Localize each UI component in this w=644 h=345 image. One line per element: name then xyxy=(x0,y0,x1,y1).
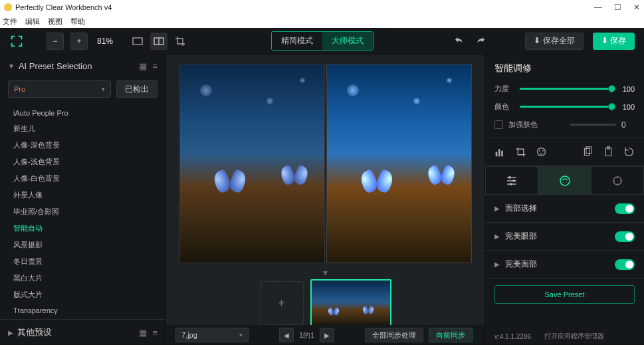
slider-knob[interactable] xyxy=(608,85,615,92)
svg-rect-3 xyxy=(496,152,498,157)
slider-track[interactable] xyxy=(520,106,612,108)
crop-icon[interactable] xyxy=(515,146,526,158)
menu-edit[interactable]: 编辑 xyxy=(25,17,40,27)
preset-profile-dropdown[interactable]: Pro ▾ xyxy=(8,80,111,98)
minimize-button[interactable]: — xyxy=(594,3,602,12)
filmstrip: + xyxy=(260,279,391,327)
menu-file[interactable]: 文件 xyxy=(3,17,17,27)
right-panel: 智能调修 力度100颜色100 加强肤色 0 ▶面部选择▶完 xyxy=(484,55,644,345)
mode-simple-tab[interactable]: 精简模式 xyxy=(272,32,322,50)
other-presets-header[interactable]: ▶ 其他预设 ▦ ≡ xyxy=(0,320,165,345)
image-counter: 1的1 xyxy=(299,330,314,340)
reset-icon[interactable] xyxy=(623,146,635,158)
chevron-down-icon[interactable]: ▾ xyxy=(323,267,328,278)
maximize-button[interactable]: ☐ xyxy=(614,3,621,12)
preset-item[interactable]: 版式大片 xyxy=(0,287,165,303)
menu-help[interactable]: 帮助 xyxy=(70,17,85,27)
preset-item[interactable]: 智能自动 xyxy=(0,220,165,237)
preset-item[interactable]: 人像-浅色背景 xyxy=(0,154,165,170)
copy-icon[interactable] xyxy=(582,146,593,158)
expand-icon: ▶ xyxy=(8,329,13,336)
view-crop-button[interactable] xyxy=(171,33,189,50)
preset-item[interactable]: 冬日雪景 xyxy=(0,253,165,270)
save-preset-button[interactable]: Save Preset xyxy=(494,285,635,304)
skin-boost-checkbox[interactable] xyxy=(494,120,503,129)
zoom-out-button[interactable]: − xyxy=(47,33,64,50)
ai-preset-header[interactable]: ▼ AI Preset Selection ▦ ≡ xyxy=(0,55,165,78)
skin-boost-value: 0 xyxy=(621,120,635,130)
save-all-button[interactable]: ⬇ 保存全部 xyxy=(525,33,583,50)
zoom-in-button[interactable]: + xyxy=(70,33,88,50)
svg-point-16 xyxy=(560,176,570,185)
slider-label: 力度 xyxy=(494,84,514,94)
view-list-icon[interactable]: ≡ xyxy=(152,61,158,71)
menu-view[interactable]: 视图 xyxy=(48,17,62,27)
save-button[interactable]: ⬇ 保存 xyxy=(593,33,635,50)
section-toggle[interactable] xyxy=(615,231,635,242)
adjust-panel-title: 智能调修 xyxy=(485,55,644,80)
face-icon[interactable] xyxy=(536,146,547,158)
add-image-button[interactable]: + xyxy=(260,281,304,325)
close-button[interactable]: ✕ xyxy=(633,3,640,12)
preset-item[interactable]: iAuto People Pro xyxy=(0,106,165,120)
prev-image-button[interactable]: ◀ xyxy=(279,328,294,342)
split-preview[interactable] xyxy=(179,64,472,263)
preset-item[interactable]: 外景人像 xyxy=(0,187,165,203)
preset-item[interactable]: 新生儿 xyxy=(0,120,165,137)
undo-button[interactable] xyxy=(453,35,465,47)
view-list-icon[interactable]: ≡ xyxy=(152,328,158,338)
preset-item[interactable]: 人像-白色背景 xyxy=(0,170,165,187)
preset-item[interactable]: 黑白大片 xyxy=(0,270,165,287)
section-toggle[interactable] xyxy=(615,203,635,214)
expand-icon: ▶ xyxy=(494,233,500,240)
view-grid-icon[interactable]: ▦ xyxy=(139,328,147,338)
svg-point-8 xyxy=(542,150,544,152)
adjust-section[interactable]: ▶完美面部 xyxy=(485,251,644,279)
sync-all-button[interactable]: 全部同步处理 xyxy=(365,328,423,342)
skin-boost-slider[interactable] xyxy=(570,124,616,126)
histogram-icon[interactable] xyxy=(494,146,506,158)
svg-rect-4 xyxy=(498,149,500,156)
slider-knob[interactable] xyxy=(608,103,615,110)
app-manager-link[interactable]: 打开应用程序管理器 xyxy=(544,332,604,341)
product-logo-icon xyxy=(9,34,24,49)
expand-icon: ▶ xyxy=(494,261,500,268)
adjust-section[interactable]: ▶完美眼部 xyxy=(485,223,644,251)
section-toggle[interactable] xyxy=(615,259,635,270)
app-icon xyxy=(4,3,12,11)
view-split-button[interactable] xyxy=(150,33,167,50)
svg-rect-5 xyxy=(501,151,503,157)
next-image-button[interactable]: ▶ xyxy=(320,328,334,342)
thumbnail-selected[interactable] xyxy=(310,279,391,327)
view-single-button[interactable] xyxy=(129,33,146,50)
detect-button[interactable]: 已检出 xyxy=(116,80,158,98)
mode-master-tab[interactable]: 大师模式 xyxy=(322,32,373,50)
redo-button[interactable] xyxy=(475,35,486,47)
preset-item[interactable]: 人像-深色背景 xyxy=(0,137,165,154)
slider-value: 100 xyxy=(617,85,635,93)
filename-label: 7.jpg xyxy=(181,331,197,339)
filename-dropdown[interactable]: 7.jpg ▾ xyxy=(175,328,249,342)
window-title: Perfectly Clear Workbench v4 xyxy=(15,3,112,11)
svg-point-7 xyxy=(539,150,540,152)
chevron-down-icon: ▾ xyxy=(239,332,243,338)
left-panel: ▼ AI Preset Selection ▦ ≡ Pro ▾ 已检出 iAut… xyxy=(0,55,166,345)
adjust-section[interactable]: ▶面部选择 xyxy=(485,195,644,223)
tab-face[interactable] xyxy=(538,166,591,194)
section-label: 完美面部 xyxy=(505,259,615,270)
sync-prev-button[interactable]: 向前同步 xyxy=(429,328,473,342)
paste-icon[interactable] xyxy=(603,146,614,158)
preset-item[interactable]: Transparency xyxy=(0,303,165,318)
preview-area: ▾ + 7.jpg ▾ ◀ 1的1 ▶ 全部同步处理 向前同步 xyxy=(166,55,484,345)
view-grid-icon[interactable]: ▦ xyxy=(139,61,147,71)
svg-point-15 xyxy=(510,183,512,185)
window-titlebar: Perfectly Clear Workbench v4 — ☐ ✕ xyxy=(0,0,644,15)
tab-finish[interactable] xyxy=(591,166,644,194)
preset-item[interactable]: 毕业照/合影照 xyxy=(0,203,165,220)
preset-item[interactable]: 风景摄影 xyxy=(0,237,165,253)
other-presets-title: 其他预设 xyxy=(17,326,52,338)
slider-label: 颜色 xyxy=(494,102,514,112)
chevron-down-icon: ▾ xyxy=(102,86,105,92)
tab-sliders[interactable] xyxy=(485,166,538,194)
slider-track[interactable] xyxy=(520,88,612,90)
